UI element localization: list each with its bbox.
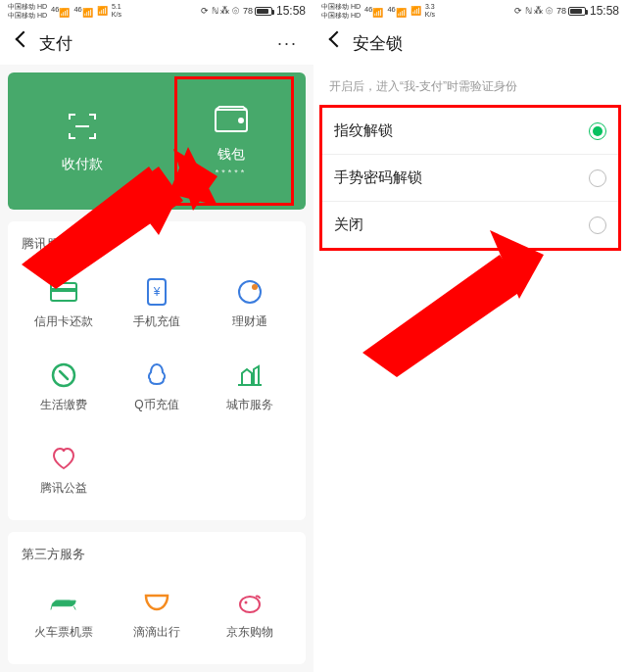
carrier-label: 中国移动 HD 中国移动 HD [321, 2, 361, 20]
tencent-services-card: 腾讯服务 信用卡还款 ¥ 手机充值 理财通 生活缴费 Q币充值 [8, 221, 306, 520]
signal-icon: 46📶 [73, 5, 92, 18]
hero-pay-label: 收付款 [62, 156, 103, 173]
options-list: 指纹解锁 手势密码解锁 关闭 [319, 105, 621, 251]
thirdparty-card: 第三方服务 火车票机票 滴滴出行 京东购物 [8, 532, 306, 664]
back-button[interactable] [10, 33, 29, 53]
service-credit[interactable]: 信用卡还款 [18, 264, 111, 348]
service-jd[interactable]: 京东购物 [203, 575, 296, 658]
service-bill[interactable]: 生活缴费 [18, 348, 111, 431]
option-fingerprint[interactable]: 指纹解锁 [322, 108, 618, 155]
right-screen: 中国移动 HD 中国移动 HD 46📶 46📶 📶 3.3 K/s ⟳ ℕ ⁂ … [314, 0, 627, 672]
status-bar: 中国移动 HD 中国移动 HD 46📶 46📶 📶 5.1 K/s ⟳ ℕ ⁂ … [0, 0, 314, 22]
credit-card-icon [50, 278, 77, 306]
svg-point-9 [240, 597, 260, 612]
hint-text: 开启后，进入“我-支付”时需验证身份 [314, 65, 627, 105]
option-off[interactable]: 关闭 [322, 202, 618, 248]
heart-icon [50, 445, 77, 472]
bill-icon [50, 361, 77, 389]
net-speed: 5.1 K/s [112, 3, 121, 19]
svg-point-6 [239, 281, 261, 303]
battery-indicator: 78 [556, 6, 586, 16]
signal-icon: 46📶 [387, 5, 406, 18]
service-didi[interactable]: 滴滴出行 [111, 575, 204, 658]
radio-icon [589, 169, 606, 187]
chevron-left-icon [327, 33, 339, 53]
hero-wallet[interactable]: 钱包 ***** [157, 72, 306, 210]
left-screen: 中国移动 HD 中国移动 HD 46📶 46📶 📶 5.1 K/s ⟳ ℕ ⁂ … [0, 0, 314, 672]
hero-wallet-balance: ***** [216, 168, 248, 177]
svg-point-10 [244, 601, 247, 604]
city-icon [236, 361, 264, 389]
signal-icon: 46📶 [51, 5, 70, 18]
svg-text:¥: ¥ [153, 285, 161, 299]
svg-point-7 [252, 284, 258, 290]
service-grid: 火车票机票 滴滴出行 京东购物 [18, 575, 296, 658]
service-charity[interactable]: 腾讯公益 [18, 431, 111, 514]
service-city[interactable]: 城市服务 [203, 348, 296, 431]
clock: 15:58 [590, 4, 619, 18]
jd-icon [236, 589, 264, 616]
phone-topup-icon: ¥ [143, 278, 170, 306]
signal-icon: 46📶 [364, 5, 383, 18]
option-gesture[interactable]: 手势密码解锁 [322, 155, 618, 202]
title-bar: 安全锁 [314, 22, 627, 65]
status-bar: 中国移动 HD 中国移动 HD 46📶 46📶 📶 3.3 K/s ⟳ ℕ ⁂ … [314, 0, 627, 22]
wealth-icon [236, 278, 264, 306]
carrier-label: 中国移动 HD 中国移动 HD [8, 2, 47, 20]
service-wealth[interactable]: 理财通 [203, 264, 296, 348]
service-qcoin[interactable]: Q币充值 [111, 348, 204, 431]
back-button[interactable] [323, 33, 343, 53]
svg-point-1 [239, 119, 243, 122]
service-grid: 信用卡还款 ¥ 手机充值 理财通 生活缴费 Q币充值 城市服务 [18, 264, 296, 514]
wifi-icon: 📶 [410, 6, 421, 16]
status-icons: ⟳ ℕ ⁂ ⦾ [201, 6, 239, 17]
clock: 15:58 [276, 4, 306, 18]
penguin-icon [143, 361, 170, 389]
section-title: 腾讯服务 [18, 235, 296, 253]
page-title: 支付 [39, 32, 267, 55]
title-bar: 支付 ··· [0, 22, 314, 65]
net-speed: 3.3 K/s [425, 3, 435, 19]
status-icons: ⟳ ℕ ⁂ ⦾ [514, 6, 553, 17]
service-topup[interactable]: ¥ 手机充值 [111, 264, 204, 348]
wallet-icon [214, 106, 249, 136]
hero-panel: 收付款 钱包 ***** [8, 72, 306, 210]
chevron-left-icon [14, 33, 25, 53]
train-icon [50, 589, 77, 616]
service-train[interactable]: 火车票机票 [18, 575, 111, 658]
battery-indicator: 78 [243, 6, 272, 16]
radio-selected-icon [589, 122, 606, 140]
scan-icon [66, 110, 99, 146]
hero-wallet-label: 钱包 [217, 146, 245, 164]
more-button[interactable]: ··· [277, 33, 304, 54]
svg-rect-3 [51, 288, 76, 292]
wifi-icon: 📶 [97, 6, 108, 16]
radio-icon [589, 216, 606, 234]
hero-pay[interactable]: 收付款 [8, 72, 157, 210]
page-title: 安全锁 [353, 32, 617, 55]
section-title: 第三方服务 [18, 546, 296, 563]
didi-icon [143, 589, 170, 616]
